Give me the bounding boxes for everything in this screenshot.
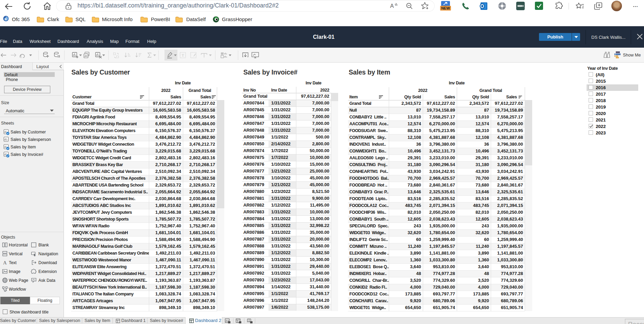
svg-text:T: T <box>182 53 184 57</box>
svg-text:NEW: NEW <box>441 6 450 10</box>
svg-text:A: A <box>390 3 394 9</box>
svg-text:A: A <box>3 260 7 265</box>
